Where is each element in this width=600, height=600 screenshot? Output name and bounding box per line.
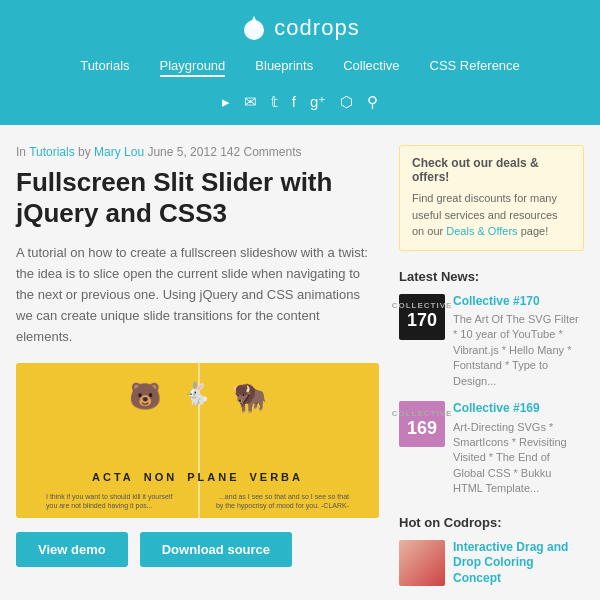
nav-playground[interactable]: Playground — [160, 58, 226, 77]
post-content: In Tutorials by Mary Lou June 5, 2012 14… — [16, 145, 379, 600]
slider-subtext: I think if you want to should kill it yo… — [46, 492, 349, 510]
facebook-icon[interactable]: f — [292, 93, 296, 111]
news-item-169: COLLECTIVE 169 Collective #169 Art-Direc… — [399, 401, 584, 497]
deals-title: Check out our deals & offers! — [412, 156, 571, 184]
hot-item-1: Interactive Drag and Drop Coloring Conce… — [399, 540, 584, 590]
hot-text-1: Interactive Drag and Drop Coloring Conce… — [453, 540, 584, 590]
post-author[interactable]: Mary Lou — [94, 145, 144, 159]
slider-right-text: ...and as I see so that and so I see so … — [213, 492, 349, 510]
nav-blueprints[interactable]: Blueprints — [255, 58, 313, 77]
hot-thumb-1 — [399, 540, 445, 586]
hot-on-codrops-section: Hot on Codrops: Interactive Drag and Dro… — [399, 515, 584, 600]
post-buttons: View demo Download source — [16, 532, 379, 567]
view-demo-button[interactable]: View demo — [16, 532, 128, 567]
news-desc-169: Art-Directing SVGs * SmartIcons * Revisi… — [453, 420, 584, 497]
sidebar-deals-box: Check out our deals & offers! Find great… — [399, 145, 584, 251]
animal-rabbit-icon: 🐇 — [183, 381, 210, 414]
sidebar: Check out our deals & offers! Find great… — [399, 145, 584, 600]
nav-collective[interactable]: Collective — [343, 58, 399, 77]
acta-word-4: VERBA — [249, 471, 303, 483]
news-text-170: Collective #170 The Art Of The SVG Filte… — [453, 294, 584, 390]
nav-css-reference[interactable]: CSS Reference — [430, 58, 520, 77]
news-text-169: Collective #169 Art-Directing SVGs * Sma… — [453, 401, 584, 497]
acta-word-3: PLANE — [187, 471, 239, 483]
site-logo-text: codrops — [274, 15, 359, 41]
deals-text: Find great discounts for many useful ser… — [412, 190, 571, 240]
collective-num-169: 169 — [407, 419, 437, 439]
animal-buffalo-icon: 🦬 — [232, 381, 267, 414]
instagram-icon[interactable]: ⬡ — [340, 93, 353, 111]
post-date: June 5, 2012 — [147, 145, 216, 159]
main-container: In Tutorials by Mary Lou June 5, 2012 14… — [0, 125, 600, 600]
news-desc-170: The Art Of The SVG Filter * 10 year of Y… — [453, 312, 584, 389]
latest-news-section: Latest News: COLLECTIVE 170 Collective #… — [399, 269, 584, 497]
rss-icon[interactable]: ▸ — [222, 93, 230, 111]
post-title: Fullscreen Slit Slider with jQuery and C… — [16, 167, 379, 229]
hot-title: Hot on Codrops: — [399, 515, 584, 530]
download-source-button[interactable]: Download source — [140, 532, 292, 567]
slider-preview-image: 🐻 🐇 🦬 ACTA NON PLANE VERBA I think if yo… — [16, 363, 379, 518]
slider-acta-text: ACTA NON PLANE VERBA — [16, 471, 379, 483]
slider-left-text: I think if you want to should kill it yo… — [46, 492, 182, 510]
deals-link[interactable]: Deals & Offers — [446, 225, 517, 237]
logo-drop-icon — [240, 14, 268, 42]
news-link-169[interactable]: Collective #169 — [453, 401, 540, 415]
nav-tutorials[interactable]: Tutorials — [80, 58, 129, 77]
news-thumb-170: COLLECTIVE 170 — [399, 294, 445, 340]
site-header: codrops Tutorials Playground Blueprints … — [0, 0, 600, 125]
news-thumb-169: COLLECTIVE 169 — [399, 401, 445, 447]
acta-word-1: ACTA — [92, 471, 134, 483]
breadcrumb-category[interactable]: Tutorials — [29, 145, 75, 159]
acta-word-2: NON — [144, 471, 177, 483]
social-icons-bar: ▸ ✉ 𝕥 f g⁺ ⬡ ⚲ — [0, 87, 600, 125]
google-plus-icon[interactable]: g⁺ — [310, 93, 326, 111]
hot-link-1[interactable]: Interactive Drag and Drop Coloring Conce… — [453, 540, 568, 585]
comment-count[interactable]: 142 Comments — [220, 145, 301, 159]
news-item-170: COLLECTIVE 170 Collective #170 The Art O… — [399, 294, 584, 390]
twitter-icon[interactable]: 𝕥 — [271, 93, 278, 111]
main-nav: Tutorials Playground Blueprints Collecti… — [0, 52, 600, 87]
animal-bear-icon: 🐻 — [129, 381, 161, 414]
collective-num-170: 170 — [407, 311, 437, 331]
post-excerpt: A tutorial on how to create a fullscreen… — [16, 243, 379, 347]
news-link-170[interactable]: Collective #170 — [453, 294, 540, 308]
latest-news-title: Latest News: — [399, 269, 584, 284]
logo-area: codrops — [0, 0, 600, 52]
email-icon[interactable]: ✉ — [244, 93, 257, 111]
breadcrumb: In Tutorials by Mary Lou June 5, 2012 14… — [16, 145, 379, 159]
search-icon[interactable]: ⚲ — [367, 93, 378, 111]
slider-animals: 🐻 🐇 🦬 — [16, 381, 379, 414]
